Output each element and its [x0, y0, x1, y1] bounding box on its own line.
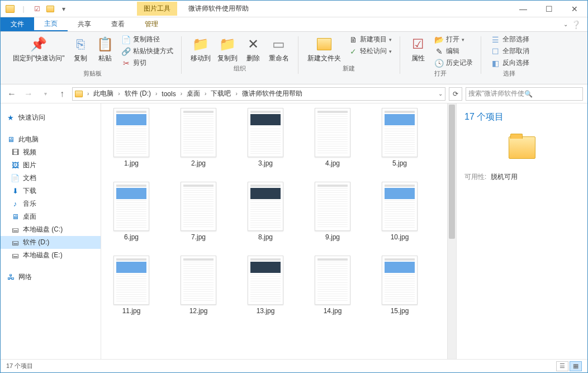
- breadcrumb-segment[interactable]: 此电脑: [91, 89, 116, 98]
- thumbnail-icon: [315, 108, 350, 157]
- scrollbar[interactable]: [447, 103, 456, 359]
- file-item[interactable]: 13.jpg: [242, 256, 289, 315]
- properties-button[interactable]: ☑属性: [406, 34, 430, 63]
- invert-selection-button[interactable]: ◧反向选择: [489, 58, 532, 68]
- select-all-button[interactable]: ☰全部选择: [489, 34, 532, 45]
- scrollbar-thumb[interactable]: [449, 105, 455, 239]
- breadcrumb-segment[interactable]: tools: [159, 90, 178, 98]
- file-item[interactable]: 4.jpg: [309, 108, 356, 167]
- tab-home[interactable]: 主页: [34, 17, 68, 31]
- paste-shortcut-button[interactable]: 🔗粘贴快捷方式: [120, 46, 176, 56]
- breadcrumb-segment[interactable]: 下载吧: [208, 89, 233, 98]
- titlebar: | ☑ ▾ 图片工具 微讲师软件使用帮助 — ☐ ✕: [1, 1, 587, 17]
- file-list[interactable]: 1.jpg2.jpg3.jpg4.jpg5.jpg6.jpg7.jpg8.jpg…: [101, 103, 447, 359]
- file-item[interactable]: 2.jpg: [175, 108, 222, 167]
- easy-access-button[interactable]: ✓轻松访问 ▾: [347, 46, 394, 56]
- tree-music[interactable]: ♪音乐: [1, 197, 101, 210]
- file-name: 8.jpg: [258, 233, 273, 241]
- file-item[interactable]: 1.jpg: [108, 108, 155, 167]
- forward-button[interactable]: →: [22, 87, 35, 101]
- copy-to-button[interactable]: 📁复制到: [214, 34, 241, 63]
- copy-path-button[interactable]: 📄复制路径: [120, 34, 176, 45]
- file-name: 3.jpg: [258, 159, 273, 167]
- help-button[interactable]: ⌄ ❔: [563, 17, 581, 31]
- file-item[interactable]: 9.jpg: [309, 182, 356, 241]
- tab-view[interactable]: 查看: [101, 17, 135, 31]
- music-icon: ♪: [11, 200, 20, 209]
- navigation-bar: ← → ▾ ↑ › 此电脑› 软件 (D:)› tools› 桌面› 下载吧› …: [1, 84, 587, 103]
- tree-videos[interactable]: 🎞视频: [1, 146, 101, 159]
- delete-button[interactable]: ✕删除: [241, 34, 265, 63]
- tree-documents[interactable]: 📄文档: [1, 172, 101, 185]
- view-thumbnails-button[interactable]: ▦: [570, 361, 582, 371]
- breadcrumb-dropdown-icon[interactable]: ⌄: [438, 91, 443, 97]
- minimize-button[interactable]: —: [510, 1, 536, 17]
- history-button[interactable]: 🕓历史记录: [433, 58, 475, 68]
- copy-button[interactable]: ⎘复制: [68, 34, 93, 63]
- file-item[interactable]: 14.jpg: [309, 256, 356, 315]
- edit-button[interactable]: ✎编辑: [433, 46, 475, 56]
- search-input[interactable]: 搜索"微讲师软件使用帮助" 🔍: [466, 87, 583, 101]
- pin-quick-access-button[interactable]: 📌固定到"快速访问": [10, 34, 68, 63]
- window-title: 微讲师软件使用帮助: [188, 4, 249, 13]
- qat-dropdown-icon[interactable]: ▾: [58, 3, 70, 15]
- select-group-label: 选择: [503, 68, 515, 80]
- tree-pictures[interactable]: 🖼图片: [1, 159, 101, 172]
- tree-drive-e[interactable]: 🖴本地磁盘 (E:): [1, 249, 101, 262]
- pc-icon: 🖥: [6, 135, 15, 144]
- file-item[interactable]: 8.jpg: [242, 182, 289, 241]
- drive-icon: 🖴: [11, 225, 20, 234]
- rename-button[interactable]: ▭重命名: [265, 34, 292, 63]
- folder-icon: [4, 3, 16, 15]
- breadcrumb-segment[interactable]: 微讲师软件使用帮助: [240, 89, 305, 98]
- new-folder-button[interactable]: 新建文件夹: [304, 34, 344, 63]
- file-item[interactable]: 12.jpg: [175, 256, 222, 315]
- status-item-count: 17 个项目: [6, 362, 33, 370]
- tree-drive-d[interactable]: 🖴软件 (D:): [1, 236, 101, 249]
- file-item[interactable]: 5.jpg: [376, 108, 423, 167]
- tree-downloads[interactable]: ⬇下载: [1, 185, 101, 197]
- file-item[interactable]: 10.jpg: [376, 182, 423, 241]
- view-details-button[interactable]: ☰: [556, 361, 568, 371]
- tab-manage[interactable]: 管理: [135, 17, 168, 31]
- chevron-icon[interactable]: ›: [86, 91, 90, 97]
- tree-quick-access[interactable]: ★快速访问: [1, 111, 101, 124]
- file-item[interactable]: 15.jpg: [376, 256, 423, 315]
- file-name: 11.jpg: [122, 307, 141, 315]
- file-item[interactable]: 3.jpg: [242, 108, 289, 167]
- file-name: 14.jpg: [324, 307, 342, 315]
- new-item-button[interactable]: 🗎新建项目 ▾: [347, 34, 394, 45]
- select-none-button[interactable]: ☐全部取消: [489, 46, 532, 56]
- file-item[interactable]: 6.jpg: [108, 182, 155, 241]
- qat-separator: |: [17, 3, 30, 15]
- close-button[interactable]: ✕: [562, 1, 587, 17]
- back-button[interactable]: ←: [5, 87, 18, 101]
- breadcrumb-segment[interactable]: 软件 (D:): [122, 89, 153, 98]
- path-icon: 📄: [122, 35, 131, 44]
- file-item[interactable]: 11.jpg: [108, 256, 155, 315]
- tree-this-pc[interactable]: 🖥此电脑: [1, 133, 101, 146]
- open-button[interactable]: 📂打开 ▾: [433, 34, 475, 45]
- move-to-button[interactable]: 📁移动到: [187, 34, 214, 63]
- breadcrumb[interactable]: › 此电脑› 软件 (D:)› tools› 桌面› 下载吧› 微讲师软件使用帮…: [72, 87, 445, 101]
- file-name: 10.jpg: [391, 233, 409, 241]
- tree-desktop[interactable]: 🖥桌面: [1, 210, 101, 223]
- breadcrumb-segment[interactable]: 桌面: [184, 89, 202, 98]
- tab-file[interactable]: 文件: [1, 17, 34, 31]
- tab-share[interactable]: 共享: [68, 17, 101, 31]
- recent-dropdown[interactable]: ▾: [39, 87, 52, 101]
- downloads-icon: ⬇: [11, 187, 20, 196]
- folder-icon: [509, 136, 535, 159]
- tree-drive-c[interactable]: 🖴本地磁盘 (C:): [1, 223, 101, 236]
- qat-new-folder-icon[interactable]: [44, 3, 56, 15]
- file-item[interactable]: 7.jpg: [175, 182, 222, 241]
- thumbnail-icon: [248, 256, 283, 305]
- tree-network[interactable]: 🖧网络: [1, 271, 101, 284]
- cut-button[interactable]: ✂剪切: [120, 58, 176, 68]
- up-button[interactable]: ↑: [55, 87, 69, 101]
- paste-button[interactable]: 📋粘贴: [93, 34, 117, 63]
- maximize-button[interactable]: ☐: [536, 1, 562, 17]
- drive-icon: 🖴: [11, 238, 20, 247]
- refresh-button[interactable]: ⟳: [449, 87, 462, 101]
- qat-properties-icon[interactable]: ☑: [31, 3, 43, 15]
